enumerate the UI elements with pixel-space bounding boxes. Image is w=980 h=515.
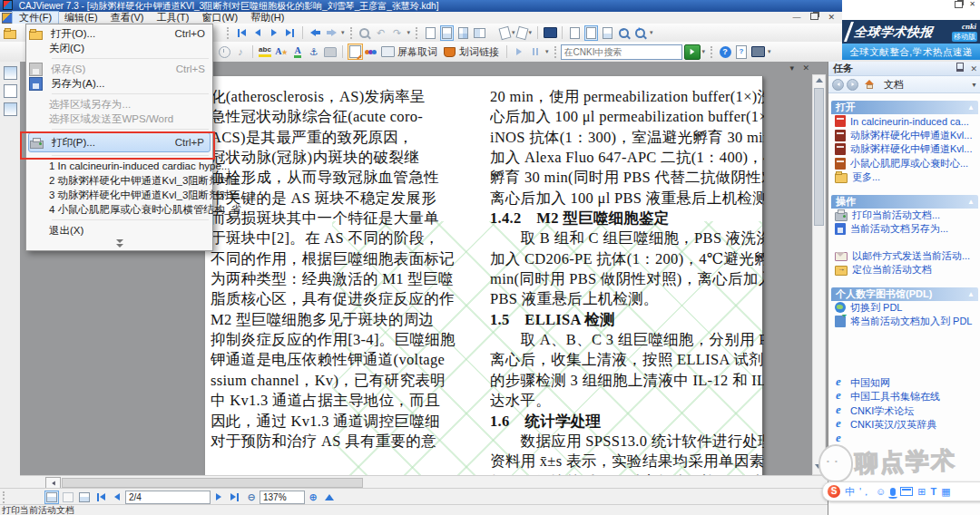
nav-overflow-chevron[interactable]: ▾ xyxy=(341,29,345,36)
document-page[interactable]: 化(atherosclerosis，AS)发病率呈急性冠状动脉综合征(acute… xyxy=(205,76,763,475)
zoom-level-input[interactable] xyxy=(260,491,305,504)
help-overflow-chevron[interactable]: ▾ xyxy=(768,48,771,55)
sidebar-item-s0-4[interactable]: 更多... xyxy=(831,170,978,185)
actual-size-button[interactable] xyxy=(566,25,583,41)
word-link-label[interactable]: 划词链接 xyxy=(459,45,499,59)
book-mode-button[interactable] xyxy=(76,490,93,505)
skin-icon[interactable]: T xyxy=(931,483,937,500)
last-page-button[interactable] xyxy=(282,25,299,41)
sidebar-item-s0-0[interactable]: In calcineurin-induced ca... xyxy=(831,114,978,129)
scrollbar-thumb[interactable] xyxy=(814,88,824,226)
menubar-item-3[interactable]: 工具(T) xyxy=(150,12,195,24)
back-view-button[interactable] xyxy=(307,25,323,41)
sidebar-item-s0-1[interactable]: 动脉粥样硬化中钾通道Kvl... xyxy=(831,129,978,143)
search-go-button[interactable] xyxy=(684,44,701,60)
view-overflow-chevron[interactable]: ▾ xyxy=(650,29,653,36)
go-to-top-button[interactable] xyxy=(321,490,338,505)
menu-item-1incalcineur[interactable]: 1 In calcineurin-induced cardiac hype... xyxy=(26,159,212,173)
task-back-icon[interactable] xyxy=(832,79,844,91)
menu-item-a[interactable]: 另存为(A)... xyxy=(26,76,212,91)
zoom-in-tool-button[interactable]: + xyxy=(632,25,648,41)
edit-overflow-chevron[interactable]: ▾ xyxy=(407,29,411,36)
timer-tool-icon[interactable] xyxy=(216,44,232,60)
sidebar-item-s1-0[interactable]: 打印当前活动文档... xyxy=(831,209,978,223)
section-collapse-icon[interactable]: ▲ xyxy=(967,195,975,209)
child-minimize-button[interactable]: — xyxy=(792,13,800,22)
help-document-button[interactable]: ? xyxy=(733,44,750,60)
toolbar-grip[interactable] xyxy=(350,27,353,39)
task-view-label[interactable]: 文档 xyxy=(884,78,904,92)
menubar-item-0[interactable]: 文件(F) xyxy=(13,12,58,24)
section-collapse-icon[interactable]: ▲ xyxy=(967,101,975,114)
cnki-search-box[interactable]: ∨ xyxy=(561,44,682,60)
menubar-item-1[interactable]: 编辑(E) xyxy=(58,12,104,24)
cnki-express-logo[interactable]: 全球学术快报 cnki 移动版 xyxy=(842,20,980,44)
annotation-pane-toggle[interactable] xyxy=(347,44,363,60)
section-header-1[interactable]: 操作▲ xyxy=(831,195,978,209)
voice-input-icon[interactable] xyxy=(890,488,896,496)
pane-close-icon[interactable]: ✕ xyxy=(802,63,809,73)
section-header-2[interactable]: 个人数字图书馆(PDL)▲ xyxy=(831,287,978,301)
sidebar-link-0[interactable]: 中国知网 xyxy=(831,376,978,391)
menubar-item-4[interactable]: 窗口(W) xyxy=(195,12,244,24)
section-collapse-icon[interactable]: ▲ xyxy=(967,287,975,301)
rotate-right-button[interactable]: ▾ xyxy=(517,25,534,41)
bookmarks-panel-icon[interactable] xyxy=(4,84,17,98)
help-button[interactable]: ? xyxy=(717,44,733,60)
underline-text-button[interactable]: A xyxy=(289,44,306,60)
menubar-item-2[interactable]: 查看(V) xyxy=(104,12,151,24)
horizontal-scrollbar-thumb[interactable] xyxy=(62,478,363,488)
full-screen-button[interactable] xyxy=(542,25,558,41)
sidebar-item-s0-2[interactable]: 动脉粥样硬化中钾通道Kvl... xyxy=(831,142,978,157)
rotate-left-button[interactable]: ▾ xyxy=(500,25,517,41)
highlight-text-button[interactable]: abc xyxy=(257,44,273,60)
sidebar-link-4[interactable] xyxy=(831,432,978,447)
stamp-tool-button[interactable] xyxy=(322,44,338,60)
previous-page-button[interactable] xyxy=(250,25,266,41)
sidebar-item-s1-2[interactable]: 以邮件方式发送当前活动... xyxy=(831,249,978,264)
play-button[interactable] xyxy=(511,44,527,60)
child-close-button[interactable]: ✕ xyxy=(828,13,835,22)
zoom-in-button[interactable]: ⊕ xyxy=(305,490,321,505)
toolbar-grip[interactable] xyxy=(227,27,230,39)
undo-button[interactable]: ↶ xyxy=(373,25,389,41)
pages-panel-icon[interactable] xyxy=(4,102,17,116)
online-help-button[interactable] xyxy=(750,44,766,60)
facing-mode-button[interactable] xyxy=(60,490,76,505)
first-page-button-bottom[interactable] xyxy=(93,490,109,505)
sidebar-link-2[interactable]: CNKI学术论坛 xyxy=(831,404,978,419)
menu-expand-chevron[interactable] xyxy=(26,238,212,248)
screen-capture-label[interactable]: 屏幕取词 xyxy=(397,45,437,59)
grid-icon[interactable]: ▦ xyxy=(941,483,950,500)
section-header-0[interactable]: 打开▲ xyxy=(831,101,978,114)
page-number-input[interactable] xyxy=(125,491,211,504)
zoom-out-button[interactable]: ⊖ xyxy=(243,490,260,505)
pin-icon[interactable] xyxy=(956,63,964,72)
scroll-down-arrow[interactable] xyxy=(815,464,822,469)
forward-view-button[interactable] xyxy=(323,25,339,41)
search-input[interactable] xyxy=(562,47,687,57)
toolbar-grip[interactable] xyxy=(416,27,418,39)
previous-page-button-bottom[interactable] xyxy=(109,490,125,505)
continuous-mode-button[interactable] xyxy=(44,490,60,505)
fit-width-button[interactable] xyxy=(599,25,615,41)
fit-page-button[interactable] xyxy=(583,25,599,41)
pause-button[interactable] xyxy=(527,44,544,60)
select-zoom-tool-button[interactable] xyxy=(357,25,373,41)
toolbar-grip[interactable] xyxy=(554,46,557,58)
task-view-dropdown-arrow[interactable]: ▼ xyxy=(971,82,977,88)
pane-menu-chevron[interactable]: ▾ xyxy=(789,63,794,73)
menubar-item-5[interactable]: 帮助(H) xyxy=(244,12,290,24)
keyboard-icon[interactable] xyxy=(900,487,913,496)
sidebar-item-s2-0[interactable]: 切换到 PDL xyxy=(831,301,978,316)
sound-note-icon[interactable]: ♪ xyxy=(232,44,249,60)
ime-chinese-mode[interactable]: 中 xyxy=(845,483,855,500)
knowledge-network-button[interactable] xyxy=(363,44,379,60)
child-restore-button[interactable] xyxy=(810,13,818,20)
text-note-button[interactable]: A★ xyxy=(273,44,289,60)
next-page-button-bottom[interactable] xyxy=(211,490,227,505)
next-page-button[interactable] xyxy=(266,25,282,41)
sidebar-link-1[interactable]: 中国工具书集锦在线 xyxy=(831,390,978,404)
menu-item-2kvl_3[interactable]: 2 动脉粥样硬化中钾通道Kvl_3阻断剂对巨... xyxy=(26,173,212,188)
home-icon[interactable] xyxy=(865,80,875,89)
